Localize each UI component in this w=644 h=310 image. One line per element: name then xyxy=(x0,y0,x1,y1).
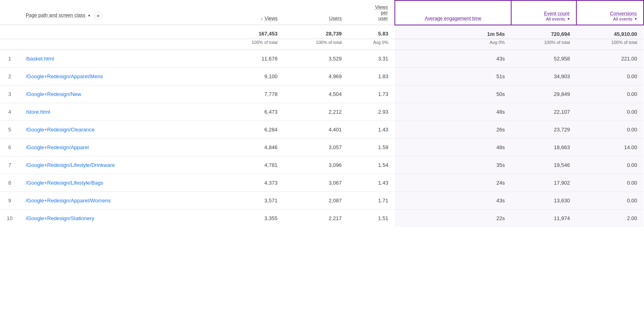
table-body: 1 /basket.html 11,678 3,529 3.31 43s 52,… xyxy=(0,50,644,227)
row-rank: 8 xyxy=(0,174,19,191)
row-rank: 7 xyxy=(0,156,19,174)
row-views: 6,473 xyxy=(220,103,284,121)
totals-vpu-sub: Avg 0% xyxy=(348,39,395,50)
rank-header xyxy=(0,0,19,25)
avg-engagement-header: Average engagement time xyxy=(395,0,512,25)
totals-views-value: 167,453 xyxy=(220,25,284,39)
row-users: 2,087 xyxy=(284,191,348,209)
row-conversions: 0.00 xyxy=(576,174,644,191)
totals-views-sub: 100% of total xyxy=(220,39,284,50)
conversions-label[interactable]: Conversions xyxy=(610,11,637,17)
table-row: 1 /basket.html 11,678 3,529 3.31 43s 52,… xyxy=(0,50,644,67)
row-path[interactable]: /Google+Redesign/Stationery xyxy=(19,209,220,227)
row-rank: 1 xyxy=(0,50,19,67)
row-users: 3,057 xyxy=(284,138,348,156)
table-row: 8 /Google+Redesign/Lifestyle/Bags 4,373 … xyxy=(0,174,644,191)
row-views: 7,778 xyxy=(220,85,284,103)
conversions-sub-label: All events ▾ xyxy=(583,17,637,21)
users-label[interactable]: Users xyxy=(329,16,342,21)
row-path[interactable]: /Google+Redesign/New xyxy=(19,85,220,103)
event-count-dropdown-icon[interactable]: ▾ xyxy=(568,17,570,21)
row-rank: 6 xyxy=(0,138,19,156)
row-users: 2,212 xyxy=(284,103,348,121)
row-event-count: 29,849 xyxy=(511,85,576,103)
row-path[interactable]: /Google+Redesign/Lifestyle/Drinkware xyxy=(19,156,220,174)
row-rank: 5 xyxy=(0,121,19,138)
row-event-count: 34,903 xyxy=(511,67,576,85)
totals-value-row: 167,453 28,739 5.83 1m 54s 720,694 45,91… xyxy=(0,25,644,39)
row-views: 4,781 xyxy=(220,156,284,174)
row-conversions: 0.00 xyxy=(576,156,644,174)
page-path-header: Page path and screen class ▾ + xyxy=(19,0,220,25)
row-event-count: 13,630 xyxy=(511,191,576,209)
row-views-per-user: 1.83 xyxy=(348,67,395,85)
row-event-count: 19,546 xyxy=(511,156,576,174)
row-avg-engagement: 43s xyxy=(395,50,512,67)
table-row: 9 /Google+Redesign/Apparel/Womens 3,571 … xyxy=(0,191,644,209)
row-path[interactable]: /store.html xyxy=(19,103,220,121)
table-header-row: Page path and screen class ▾ + ↓Views Us… xyxy=(0,0,644,25)
sort-down-icon: ↓ xyxy=(261,16,263,21)
row-rank: 10 xyxy=(0,209,19,227)
totals-path-cell xyxy=(19,25,220,39)
row-avg-engagement: 51s xyxy=(395,67,512,85)
row-users: 3,067 xyxy=(284,174,348,191)
row-views-per-user: 3.31 xyxy=(348,50,395,67)
views-per-user-header: Viewsperuser xyxy=(348,0,395,25)
row-avg-engagement: 50s xyxy=(395,85,512,103)
row-views: 4,373 xyxy=(220,174,284,191)
row-views: 6,284 xyxy=(220,121,284,138)
row-views: 4,846 xyxy=(220,138,284,156)
page-path-dropdown-icon[interactable]: ▾ xyxy=(88,13,90,18)
row-path[interactable]: /Google+Redesign/Apparel/Womens xyxy=(19,191,220,209)
row-event-count: 52,958 xyxy=(511,50,576,67)
row-path[interactable]: /Google+Redesign/Apparel xyxy=(19,138,220,156)
views-per-user-label: Viewsperuser xyxy=(375,4,388,21)
row-rank: 2 xyxy=(0,67,19,85)
conversions-header: Conversions All events ▾ xyxy=(576,0,644,25)
add-column-button[interactable]: + xyxy=(94,12,102,20)
row-path[interactable]: /basket.html xyxy=(19,50,220,67)
totals-engagement-value: 1m 54s xyxy=(395,25,512,39)
totals-users-value: 28,739 xyxy=(284,25,348,39)
table-row: 4 /store.html 6,473 2,212 2.93 48s 22,10… xyxy=(0,103,644,121)
totals-users-sub: 100% of total xyxy=(284,39,348,50)
row-path[interactable]: /Google+Redesign/Apparel/Mens xyxy=(19,67,220,85)
row-users: 2,217 xyxy=(284,209,348,227)
row-conversions: 0.00 xyxy=(576,85,644,103)
row-event-count: 22,107 xyxy=(511,103,576,121)
event-count-label[interactable]: Event count xyxy=(544,11,570,17)
row-path[interactable]: /Google+Redesign/Clearance xyxy=(19,121,220,138)
row-users: 3,529 xyxy=(284,50,348,67)
row-users: 4,969 xyxy=(284,67,348,85)
row-avg-engagement: 35s xyxy=(395,156,512,174)
row-conversions: 0.00 xyxy=(576,191,644,209)
totals-event-count-value: 720,694 xyxy=(511,25,576,39)
totals-conversions-value: 45,910.00 xyxy=(576,25,644,39)
row-avg-engagement: 22s xyxy=(395,209,512,227)
page-path-label[interactable]: Page path and screen class xyxy=(26,12,85,18)
row-path[interactable]: /Google+Redesign/Lifestyle/Bags xyxy=(19,174,220,191)
table-row: 7 /Google+Redesign/Lifestyle/Drinkware 4… xyxy=(0,156,644,174)
totals-vpu-value: 5.83 xyxy=(348,25,395,39)
row-avg-engagement: 24s xyxy=(395,174,512,191)
row-views: 3,571 xyxy=(220,191,284,209)
row-views-per-user: 2.93 xyxy=(348,103,395,121)
table-row: 3 /Google+Redesign/New 7,778 4,504 1.73 … xyxy=(0,85,644,103)
row-views-per-user: 1.43 xyxy=(348,121,395,138)
row-avg-engagement: 48s xyxy=(395,103,512,121)
row-views-per-user: 1.43 xyxy=(348,174,395,191)
totals-conversions-sub: 100% of total xyxy=(576,39,644,50)
conversions-dropdown-icon[interactable]: ▾ xyxy=(635,17,637,21)
row-avg-engagement: 43s xyxy=(395,191,512,209)
row-event-count: 11,974 xyxy=(511,209,576,227)
row-conversions: 221.00 xyxy=(576,50,644,67)
totals-event-count-sub: 100% of total xyxy=(511,39,576,50)
avg-engagement-label[interactable]: Average engagement time xyxy=(425,16,481,21)
row-users: 4,504 xyxy=(284,85,348,103)
row-rank: 3 xyxy=(0,85,19,103)
views-label[interactable]: Views xyxy=(265,16,278,21)
row-views: 9,100 xyxy=(220,67,284,85)
views-header: ↓Views xyxy=(220,0,284,25)
row-views-per-user: 1.71 xyxy=(348,191,395,209)
